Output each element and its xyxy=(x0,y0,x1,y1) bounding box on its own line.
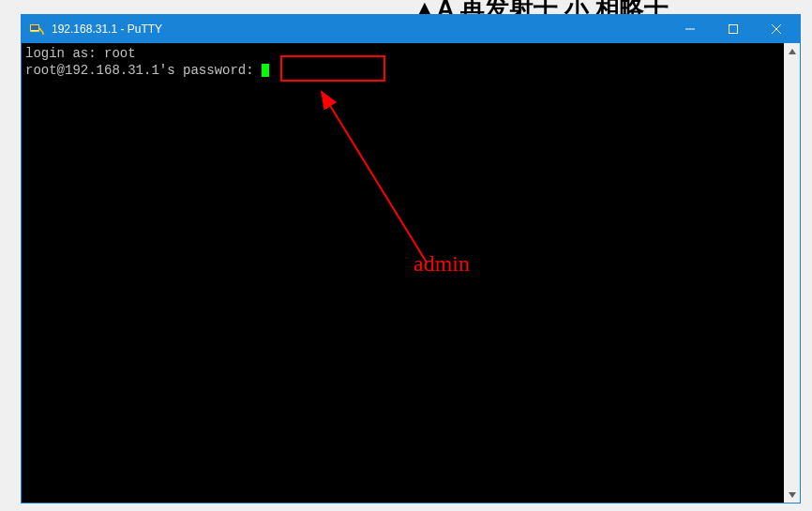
window-controls xyxy=(669,15,798,43)
maximize-button[interactable] xyxy=(712,15,755,43)
password-prompt: root@192.168.31.1's password: xyxy=(25,63,262,78)
terminal-area: login as: root root@192.168.31.1's passw… xyxy=(22,43,800,503)
svg-rect-5 xyxy=(729,25,738,34)
scroll-track[interactable] xyxy=(784,59,800,487)
svg-point-3 xyxy=(42,33,44,35)
svg-marker-10 xyxy=(789,49,796,54)
putty-icon xyxy=(29,22,44,37)
login-value: root xyxy=(104,46,136,61)
terminal[interactable]: login as: root root@192.168.31.1's passw… xyxy=(22,43,784,503)
terminal-cursor xyxy=(262,64,269,77)
login-line: login as: root xyxy=(25,45,780,62)
putty-window: 192.168.31.1 - PuTTY login as: root root… xyxy=(21,14,801,503)
titlebar[interactable]: 192.168.31.1 - PuTTY xyxy=(22,15,800,43)
svg-marker-11 xyxy=(789,492,796,498)
close-button[interactable] xyxy=(755,15,798,43)
password-line: root@192.168.31.1's password: xyxy=(25,62,780,79)
vertical-scrollbar[interactable] xyxy=(784,43,800,503)
annotation-label: admin xyxy=(414,255,470,272)
scroll-up-arrow[interactable] xyxy=(784,43,800,59)
svg-line-2 xyxy=(39,28,43,33)
annotation-arrow xyxy=(314,84,445,272)
login-prompt: login as: xyxy=(25,46,104,61)
window-title: 192.168.31.1 - PuTTY xyxy=(52,23,669,36)
svg-line-9 xyxy=(322,92,427,263)
svg-rect-1 xyxy=(31,25,38,30)
scroll-down-arrow[interactable] xyxy=(784,487,800,503)
minimize-button[interactable] xyxy=(669,15,712,43)
